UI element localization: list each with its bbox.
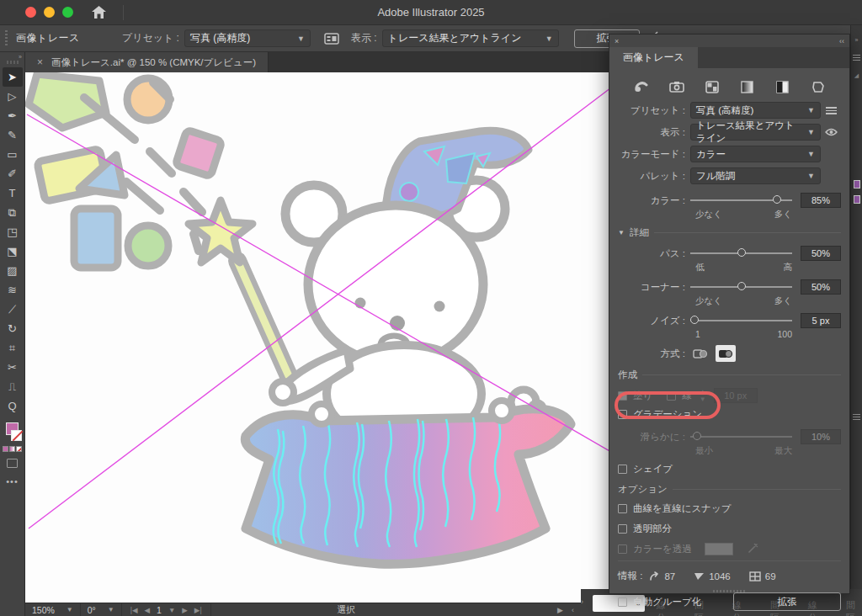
- zoom-tool[interactable]: Q: [3, 396, 23, 416]
- close-tab-icon[interactable]: ×: [37, 56, 43, 68]
- stroke-weight-field[interactable]: 10 px: [714, 388, 758, 403]
- prev-artboard-icon[interactable]: ◀: [145, 606, 151, 614]
- ignore-color-checkbox[interactable]: [618, 544, 627, 554]
- panel-body: プリセット : 写真 (高精度) ▼ 表示 : トレース結果とアウトライン ▼: [609, 68, 849, 593]
- curvature-tool[interactable]: ✎: [3, 125, 23, 145]
- panel-collapse-icon[interactable]: ‹‹: [839, 37, 844, 45]
- draw-mode-button[interactable]: [7, 459, 18, 468]
- minimize-window-button[interactable]: [44, 7, 55, 18]
- panel-expand-button[interactable]: 拡張: [733, 592, 841, 611]
- current-tool-label: 選択: [338, 604, 355, 616]
- eyedropper-tool[interactable]: ⟋: [3, 300, 23, 319]
- context-label: 画像トレース: [16, 31, 80, 45]
- color-slider[interactable]: [690, 194, 792, 206]
- preset-high-color-icon[interactable]: [668, 80, 685, 93]
- magic-wand: [189, 200, 293, 385]
- first-artboard-icon[interactable]: |◀: [130, 606, 138, 614]
- zoom-level-select[interactable]: 150%▼: [25, 603, 81, 616]
- panel-resize-grip[interactable]: [713, 590, 747, 592]
- ignore-color-swatch: [705, 543, 733, 555]
- shape-checkbox[interactable]: [618, 465, 627, 474]
- free-transform-tool[interactable]: ⧉: [3, 203, 23, 222]
- dock-expand-icon[interactable]: »: [855, 37, 859, 43]
- method-abutting-button[interactable]: [690, 345, 710, 362]
- shape-builder-tool[interactable]: ⬔: [3, 242, 23, 261]
- stroke-stepper-icon[interactable]: ▲▼: [700, 388, 706, 403]
- type-tool[interactable]: T: [3, 183, 23, 203]
- preset-grayscale-icon[interactable]: [739, 80, 756, 93]
- preset-black-white-icon[interactable]: [774, 80, 791, 93]
- colormode-dropdown[interactable]: カラー ▼: [690, 146, 821, 162]
- preset-low-color-icon[interactable]: [704, 80, 721, 93]
- home-icon[interactable]: [92, 6, 106, 19]
- panel-view-dropdown[interactable]: トレース結果とアウトライン ▼: [690, 124, 821, 141]
- corners-value-field[interactable]: 50%: [801, 279, 841, 295]
- fills-checkbox[interactable]: [618, 391, 627, 401]
- dock-menu-icon[interactable]: [853, 414, 860, 420]
- autogroup-checkbox[interactable]: [618, 597, 627, 607]
- noise-value-field[interactable]: 5 px: [801, 313, 841, 328]
- artboard-number[interactable]: 1: [157, 605, 162, 615]
- paintbrush-tool[interactable]: ✐: [3, 164, 23, 183]
- preset-auto-color-icon[interactable]: [633, 80, 650, 93]
- tools-collapse-icon[interactable]: »: [0, 52, 24, 60]
- paths-slider[interactable]: [690, 247, 792, 259]
- palette-dropdown[interactable]: フル階調 ▼: [690, 167, 821, 184]
- method-overlapping-button[interactable]: [716, 345, 736, 362]
- snap-checkbox[interactable]: [618, 504, 627, 513]
- corners-slider[interactable]: [690, 281, 792, 293]
- document-tab[interactable]: × 画像トレース.ai* @ 150 % (CMYK/プレビュー): [25, 52, 269, 72]
- preset-dropdown[interactable]: 写真 (高精度) ▼: [184, 29, 311, 47]
- collapse-triangle-icon: ▼: [618, 229, 625, 236]
- paths-value-field[interactable]: 50%: [801, 246, 841, 261]
- dock-swatch[interactable]: [854, 195, 860, 204]
- strokes-checkbox[interactable]: [667, 391, 676, 401]
- gradient-checkbox[interactable]: [618, 410, 627, 419]
- color-value-field[interactable]: 85%: [801, 193, 841, 208]
- tools-grip[interactable]: [7, 61, 19, 64]
- control-bar-grip[interactable]: [5, 30, 8, 47]
- width-tool[interactable]: ≋: [3, 280, 23, 300]
- color-button[interactable]: [3, 446, 8, 452]
- preset-outline-icon[interactable]: [810, 80, 827, 93]
- corners-min-label: 少なく: [695, 295, 722, 307]
- close-window-button[interactable]: [25, 7, 36, 18]
- create-section-header: 作成: [618, 369, 841, 381]
- panel-close-icon[interactable]: ×: [615, 37, 619, 45]
- edit-toolbar-button[interactable]: •••: [6, 476, 19, 486]
- view-dropdown[interactable]: トレース結果とアウトライン ▼: [382, 29, 559, 47]
- artboard-tool[interactable]: ⌗: [3, 338, 23, 358]
- transparent-checkbox[interactable]: [618, 524, 627, 534]
- noise-slider[interactable]: [690, 315, 792, 327]
- dock-swatch[interactable]: [854, 180, 860, 189]
- preset-menu-icon[interactable]: [826, 107, 837, 114]
- slice-tool[interactable]: ✂: [3, 358, 23, 377]
- graph-tool[interactable]: ⎍: [3, 377, 23, 396]
- chevron-down-icon[interactable]: ▼: [168, 606, 175, 614]
- eraser-tool[interactable]: ◳: [3, 222, 23, 242]
- zoom-window-button[interactable]: [62, 7, 73, 18]
- panel-preset-dropdown[interactable]: 写真 (高精度) ▼: [690, 102, 821, 119]
- dock-menu-icon[interactable]: [853, 55, 860, 61]
- last-artboard-icon[interactable]: ▶|: [194, 606, 202, 614]
- image-trace-tab[interactable]: 画像トレース: [609, 47, 698, 68]
- rectangle-tool[interactable]: ▭: [3, 145, 23, 164]
- selection-tool[interactable]: ➤: [3, 67, 23, 87]
- gradient-button[interactable]: [9, 446, 15, 452]
- collapse-icon[interactable]: ‹: [572, 606, 574, 614]
- detail-section-header[interactable]: ▼ 詳細: [618, 226, 841, 239]
- view-eye-icon[interactable]: [821, 128, 841, 136]
- pen-tool[interactable]: ✒: [3, 106, 23, 125]
- gradient-tool[interactable]: ▨: [3, 261, 23, 280]
- direct-selection-tool[interactable]: ▷: [3, 87, 23, 106]
- noise-slider-label: ノイズ :: [618, 315, 690, 327]
- play-icon[interactable]: ▶: [557, 606, 563, 614]
- next-artboard-icon[interactable]: ▶: [182, 606, 188, 614]
- rotation-select[interactable]: 0°▼: [81, 603, 122, 616]
- none-button[interactable]: [16, 446, 22, 452]
- dock-arrow-icon[interactable]: ›: [581, 597, 583, 606]
- rotate-view-tool[interactable]: ↻: [3, 319, 23, 338]
- stroke-color-swatch[interactable]: [11, 430, 22, 441]
- trace-panel-toggle-icon[interactable]: [324, 33, 339, 45]
- smooth-value-field: 10%: [801, 429, 841, 444]
